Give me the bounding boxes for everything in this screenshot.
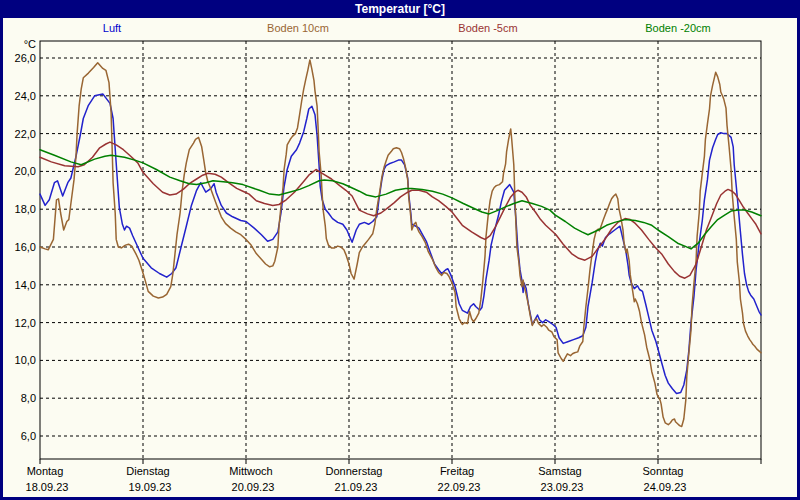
- y-axis-tick-label: 26,0: [15, 52, 36, 64]
- y-axis-tick-label: 16,0: [15, 241, 36, 253]
- x-axis-day-name: Mittwoch: [229, 465, 272, 477]
- y-axis-tick-label: 18,0: [15, 203, 36, 215]
- temperature-chart: 26,024,022,020,018,016,014,012,010,08,06…: [3, 18, 797, 497]
- app-window: Temperatur [°C] Luft Boden 10cm Boden -5…: [0, 0, 800, 500]
- y-axis-tick-label: 8,0: [21, 392, 36, 404]
- series-line-boden-5cm: [40, 142, 761, 278]
- window-title-bar: Temperatur [°C]: [0, 0, 800, 18]
- x-axis-day-date: 24.09.23: [644, 481, 687, 493]
- x-axis-day-name: Montag: [27, 465, 64, 477]
- series-line-boden-10cm: [40, 60, 761, 427]
- temperature-chart-svg: 26,024,022,020,018,016,014,012,010,08,06…: [3, 18, 797, 497]
- y-axis-tick-label: 6,0: [21, 430, 36, 442]
- x-axis-day-name: Sonntag: [643, 465, 684, 477]
- x-axis-day-name: Freitag: [440, 465, 474, 477]
- y-axis-unit-label: °C: [24, 38, 36, 50]
- x-axis-day-date: 19.09.23: [129, 481, 172, 493]
- x-axis-day-date: 22.09.23: [438, 481, 481, 493]
- y-axis-tick-label: 24,0: [15, 90, 36, 102]
- y-axis-tick-label: 14,0: [15, 279, 36, 291]
- x-axis-day-name: Samstag: [538, 465, 581, 477]
- page-title: Temperatur [°C]: [355, 2, 445, 16]
- x-axis-day-name: Dienstag: [126, 465, 169, 477]
- x-axis-day-name: Donnerstag: [326, 465, 383, 477]
- y-axis-tick-label: 12,0: [15, 317, 36, 329]
- series-line-boden-20cm: [40, 150, 761, 249]
- x-axis-day-date: 23.09.23: [541, 481, 584, 493]
- x-axis-day-date: 18.09.23: [26, 481, 69, 493]
- x-axis-day-date: 20.09.23: [232, 481, 275, 493]
- y-axis-tick-label: 10,0: [15, 354, 36, 366]
- chart-panel: Luft Boden 10cm Boden -5cm Boden -20cm 2…: [3, 18, 797, 497]
- x-axis-day-date: 21.09.23: [335, 481, 378, 493]
- plot-border: [40, 41, 761, 459]
- y-axis-tick-label: 22,0: [15, 128, 36, 140]
- y-axis-tick-label: 20,0: [15, 165, 36, 177]
